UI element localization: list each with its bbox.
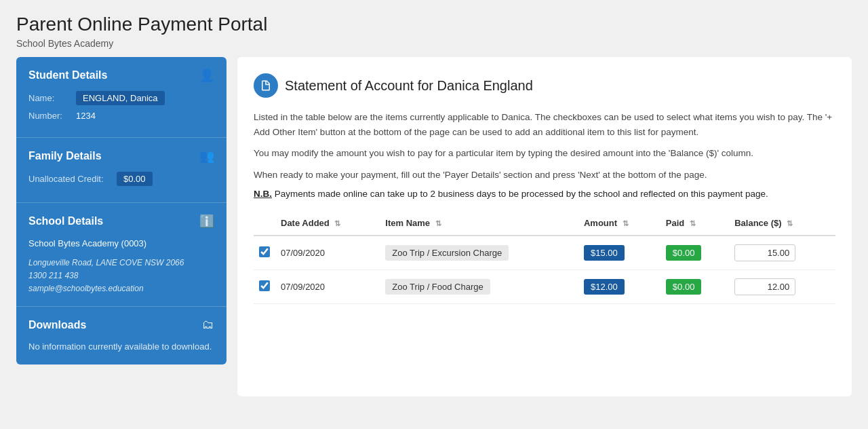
table-row: 07/09/2020 Zoo Trip / Food Charge $12.00…	[254, 270, 835, 304]
page-header: Parent Online Payment Portal School Byte…	[0, 0, 868, 57]
payment-table-container: Date Added ⇅ Item Name ⇅ Amount ⇅ Paid ⇅	[254, 211, 835, 304]
credit-value: $0.00	[117, 172, 153, 186]
student-number-value: 1234	[76, 111, 96, 121]
row-checkbox-cell[interactable]	[254, 270, 275, 304]
description1: Listed in the table below are the items …	[254, 110, 835, 139]
main-layout: Student Details 👤 Name: ENGLAND, Danica …	[0, 57, 868, 413]
content-area: Statement of Account for Danica England …	[237, 57, 852, 396]
page-title: Parent Online Payment Portal	[16, 14, 852, 35]
school-name: School Bytes Academy (0003)	[28, 237, 214, 251]
group-icon: 👥	[199, 149, 214, 164]
info-circle-icon: ℹ️	[199, 214, 214, 229]
table-header-row: Date Added ⇅ Item Name ⇅ Amount ⇅ Paid ⇅	[254, 211, 835, 236]
content-header: Statement of Account for Danica England	[254, 73, 835, 98]
downloads-section: Downloads 🗂 No information currently ava…	[16, 307, 226, 365]
row-date: 07/09/2020	[275, 270, 380, 304]
document-icon	[260, 79, 272, 92]
balance-input[interactable]	[734, 278, 795, 295]
page-subtitle: School Bytes Academy	[16, 38, 852, 49]
sort-item-icon[interactable]: ⇅	[435, 219, 441, 228]
school-details-header: School Details ℹ️	[28, 214, 214, 229]
row-checkbox-cell[interactable]	[254, 236, 275, 270]
student-name-value: ENGLAND, Danica	[76, 91, 165, 105]
table-row: 07/09/2020 Zoo Trip / Excursion Charge $…	[254, 236, 835, 270]
name-label: Name:	[28, 93, 76, 103]
balance-input[interactable]	[734, 244, 795, 261]
paid-badge: $0.00	[666, 279, 702, 295]
sort-paid-icon[interactable]: ⇅	[690, 219, 696, 228]
amount-badge: $12.00	[584, 279, 625, 295]
student-name-row: Name: ENGLAND, Danica	[28, 91, 214, 105]
student-details-header: Student Details 👤	[28, 68, 214, 83]
credit-row: Unallocated Credit: $0.00	[28, 172, 214, 186]
folder-icon: 🗂	[202, 318, 214, 332]
family-details-title: Family Details	[28, 150, 102, 162]
downloads-title: Downloads	[28, 319, 86, 331]
th-item-name: Item Name ⇅	[380, 211, 578, 236]
row-balance[interactable]	[729, 270, 835, 304]
row-paid: $0.00	[660, 236, 729, 270]
th-date-added: Date Added ⇅	[275, 211, 380, 236]
th-amount: Amount ⇅	[578, 211, 660, 236]
sort-amount-icon[interactable]: ⇅	[623, 219, 629, 228]
row-item-name: Zoo Trip / Food Charge	[380, 270, 578, 304]
student-number-row: Number: 1234	[28, 111, 214, 121]
downloads-info: No information currently available to do…	[28, 340, 214, 354]
row-date: 07/09/2020	[275, 236, 380, 270]
amount-badge: $15.00	[584, 245, 625, 261]
description3: When ready to make your payment, fill ou…	[254, 168, 835, 183]
sort-balance-icon[interactable]: ⇅	[787, 219, 793, 228]
school-details-title: School Details	[28, 215, 103, 227]
row-paid: $0.00	[660, 270, 729, 304]
row-amount: $15.00	[578, 236, 660, 270]
description2: You may modify the amount you wish to pa…	[254, 146, 835, 161]
th-paid: Paid ⇅	[660, 211, 729, 236]
content-title: Statement of Account for Danica England	[285, 78, 533, 94]
family-details-section: Family Details 👥 Unallocated Credit: $0.…	[16, 138, 226, 203]
statement-icon	[254, 73, 278, 98]
school-address: School Bytes Academy (0003) Longueville …	[28, 237, 214, 295]
row-checkbox[interactable]	[259, 280, 270, 291]
item-name-badge: Zoo Trip / Excursion Charge	[385, 245, 509, 261]
sort-date-icon[interactable]: ⇅	[334, 219, 340, 228]
th-checkbox	[254, 211, 275, 236]
downloads-header: Downloads 🗂	[28, 318, 214, 332]
th-balance: Balance ($) ⇅	[729, 211, 835, 236]
paid-badge: $0.00	[666, 245, 702, 261]
note: N.B. N.B. Payments made online can take …	[254, 189, 835, 199]
address-line1: Longueville Road, LANE COVE NSW 2066	[28, 258, 184, 267]
address-line2: 1300 211 438	[28, 271, 78, 280]
table-body: 07/09/2020 Zoo Trip / Excursion Charge $…	[254, 236, 835, 304]
person-icon: 👤	[199, 68, 214, 83]
student-details-section: Student Details 👤 Name: ENGLAND, Danica …	[16, 57, 226, 138]
school-details-section: School Details ℹ️ School Bytes Academy (…	[16, 203, 226, 307]
row-item-name: Zoo Trip / Excursion Charge	[380, 236, 578, 270]
credit-label: Unallocated Credit:	[28, 174, 117, 184]
payment-table: Date Added ⇅ Item Name ⇅ Amount ⇅ Paid ⇅	[254, 211, 835, 304]
address-line3: sample@schoolbytes.education	[28, 284, 144, 293]
row-checkbox[interactable]	[259, 246, 270, 257]
item-name-badge: Zoo Trip / Food Charge	[385, 279, 490, 295]
row-amount: $12.00	[578, 270, 660, 304]
sidebar: Student Details 👤 Name: ENGLAND, Danica …	[16, 57, 226, 365]
student-details-title: Student Details	[28, 69, 107, 81]
family-details-header: Family Details 👥	[28, 149, 214, 164]
number-label: Number:	[28, 111, 76, 121]
row-balance[interactable]	[729, 236, 835, 270]
